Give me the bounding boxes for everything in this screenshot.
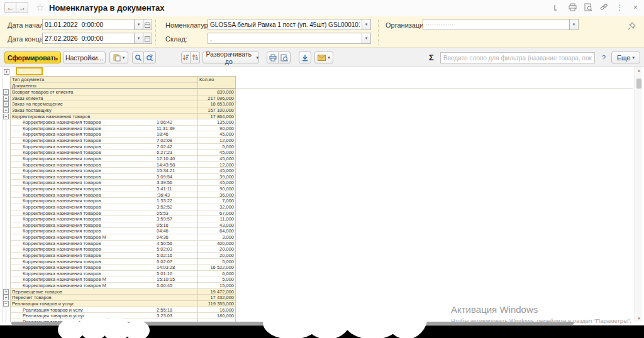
- table-row[interactable]: Корректировка назначения товаров5:02:075…: [3, 259, 236, 265]
- table-row[interactable]: Корректировка назначения товаров3:39:564…: [3, 180, 236, 186]
- expander-plus-icon[interactable]: +: [3, 95, 10, 102]
- table-row[interactable]: Корректировка назначения товаров1:06:421…: [3, 119, 236, 126]
- scroll-up-icon[interactable]: ▲: [635, 68, 643, 72]
- date-start-calendar-icon[interactable]: [143, 19, 152, 30]
- report-variants-button[interactable]: ▾: [109, 52, 128, 63]
- date-start-input[interactable]: [42, 19, 135, 30]
- table-row[interactable]: +Пересчет товаров17 432,000: [3, 295, 236, 301]
- settings-button[interactable]: Настройки...: [63, 52, 106, 63]
- print-preview-button[interactable]: [279, 52, 291, 63]
- table-row[interactable]: Корректировка назначения товаров7:02:081…: [3, 138, 236, 144]
- column-header-qty[interactable]: Кол-во: [197, 76, 236, 89]
- expander-plus-icon[interactable]: +: [3, 289, 10, 295]
- column-header-type[interactable]: Тип документа: [11, 77, 197, 83]
- table-row[interactable]: Корректировка назначения товаров1:33:227…: [3, 198, 236, 204]
- warehouse-input[interactable]: [208, 33, 362, 44]
- qty-value: 90,000: [197, 126, 236, 132]
- pin-icon[interactable]: [627, 21, 636, 31]
- more-menu-icon[interactable]: ⋮: [615, 3, 625, 12]
- table-row[interactable]: Корректировка назначения товаров04:4664,…: [3, 228, 236, 234]
- document-name: Корректировка назначения товаров:36:43: [10, 192, 197, 199]
- sort-asc-button[interactable]: [191, 52, 200, 63]
- table-row[interactable]: +Перемещение товаров19 472,000: [3, 289, 236, 295]
- table-row[interactable]: Корректировка назначения товаров4:50:564…: [3, 241, 236, 247]
- vertical-scrollbar[interactable]: ▲ ▼: [635, 67, 642, 322]
- table-row[interactable]: −Корректировка назначения товаров17 864,…: [3, 114, 236, 120]
- table-row[interactable]: Реализация товаров и услу2:55:1816,000: [3, 307, 236, 313]
- more-actions-button[interactable]: Еще▾: [611, 52, 640, 63]
- send-email-button[interactable]: ▾: [314, 52, 333, 63]
- quick-filter-input[interactable]: [440, 52, 595, 63]
- document-name: Корректировка назначения товаров4:50:56: [10, 241, 197, 247]
- table-row[interactable]: Корректировка назначения товаров5:02:162…: [3, 253, 236, 259]
- table-row[interactable]: Корректировка назначения товаров М15:10:…: [3, 276, 236, 283]
- organization-input[interactable]: [423, 19, 570, 30]
- document-name: Корректировка назначения товаров: [10, 114, 197, 120]
- expander-plus-icon[interactable]: +: [3, 101, 10, 107]
- table-row[interactable]: Корректировка назначения товаров5:02:032…: [3, 246, 236, 253]
- sort-desc-icon: [182, 54, 189, 61]
- table-row[interactable]: Корректировка назначения товаров14:03:28…: [3, 264, 236, 271]
- organization-dropdown-icon[interactable]: ▾: [570, 19, 579, 30]
- sum-sigma-icon[interactable]: Σ: [429, 53, 434, 62]
- table-row[interactable]: Корректировка назначения товаров6:27:234…: [3, 150, 236, 156]
- preview-icon[interactable]: [584, 3, 593, 12]
- nomenclature-input[interactable]: [208, 19, 362, 30]
- expander-minus-icon[interactable]: −: [3, 301, 10, 307]
- table-row[interactable]: Корректировка назначения товаров:36:4336…: [3, 192, 236, 199]
- help-button[interactable]: ?: [599, 52, 609, 63]
- column-header-docs[interactable]: Документы: [11, 83, 197, 89]
- generate-button[interactable]: Сформировать: [4, 52, 61, 63]
- table-row[interactable]: Корректировка назначения товаров14:43:58…: [3, 162, 236, 168]
- link-icon[interactable]: [599, 3, 609, 12]
- vertical-scroll-thumb[interactable]: [636, 79, 641, 89]
- scroll-down-icon[interactable]: ▼: [635, 317, 643, 320]
- date-end-calendar-icon[interactable]: [143, 33, 152, 44]
- table-row[interactable]: Корректировка назначения товаров11:31:39…: [3, 126, 236, 132]
- table-row[interactable]: Корректировка назначения товаров05:1643,…: [3, 222, 236, 229]
- table-row[interactable]: Корректировка назначения товаров05:5367,…: [3, 210, 236, 217]
- expander-plus-icon[interactable]: +: [4, 69, 9, 75]
- nomenclature-dropdown-icon[interactable]: ▾: [362, 19, 371, 30]
- favorite-star-icon[interactable]: ☆: [36, 2, 44, 13]
- table-row[interactable]: Корректировка назначения товаров3:52:523…: [3, 204, 236, 210]
- table-row[interactable]: −Реализация товаров и услуг119 355,000: [3, 301, 236, 307]
- table-row[interactable]: Корректировка назначения товаров12:10:40…: [3, 156, 236, 162]
- forward-button[interactable]: →: [16, 2, 28, 13]
- table-row[interactable]: Корректировка назначения товаров М04:363…: [3, 234, 236, 241]
- close-icon[interactable]: ×: [631, 3, 640, 12]
- table-row[interactable]: Корректировка назначения товаров М5:00:4…: [3, 283, 236, 289]
- table-row[interactable]: +Заказ на перемещение18 653,000: [3, 101, 236, 107]
- back-button[interactable]: ←: [4, 2, 16, 13]
- expander-plus-icon[interactable]: +: [3, 107, 10, 114]
- date-end-label: Дата конца:: [8, 35, 45, 43]
- search-next-button[interactable]: [144, 52, 156, 63]
- table-row[interactable]: +Возврат товаров от клиента839,000: [3, 89, 236, 95]
- dock-window-icon[interactable]: [552, 3, 562, 12]
- table-row[interactable]: Корректировка назначения товаров5:01:106…: [3, 271, 236, 277]
- sort-desc-button[interactable]: [181, 52, 191, 63]
- table-row[interactable]: Корректировка назначения товаров3:59:571…: [3, 216, 236, 222]
- print-button[interactable]: [267, 52, 279, 63]
- expand-to-button[interactable]: Разворачивать до▾: [203, 52, 259, 63]
- table-row[interactable]: +Заказ клиента217 096,000: [3, 95, 236, 102]
- search-button[interactable]: [132, 52, 144, 63]
- date-start-dropdown-icon[interactable]: ▾: [135, 19, 143, 30]
- date-end-dropdown-icon[interactable]: ▾: [135, 33, 143, 44]
- table-row[interactable]: Корректировка назначения товаров7:02:425…: [3, 144, 236, 150]
- warehouse-dropdown-icon[interactable]: ▾: [362, 33, 371, 44]
- table-row[interactable]: Корректировка назначения товаров3:41:119…: [3, 186, 236, 192]
- expander-minus-icon[interactable]: −: [3, 114, 10, 120]
- save-file-button[interactable]: [299, 52, 311, 63]
- date-end-input[interactable]: [42, 33, 135, 44]
- document-time: 7:02:42: [157, 144, 172, 150]
- qty-value: 5,000: [197, 276, 236, 283]
- table-row[interactable]: Корректировка назначения товаров3:09:543…: [3, 174, 236, 180]
- table-row[interactable]: Корректировка назначения товаров15:34:21…: [3, 168, 236, 174]
- table-row[interactable]: +Заказ поставщику157 100,000: [3, 107, 236, 114]
- table-row[interactable]: Корректировка назначения товаров18:4645,…: [3, 131, 236, 138]
- print-icon[interactable]: [568, 3, 577, 12]
- expander-plus-icon[interactable]: +: [3, 295, 10, 301]
- expander-plus-icon[interactable]: +: [3, 89, 10, 95]
- selected-cell[interactable]: [16, 67, 43, 75]
